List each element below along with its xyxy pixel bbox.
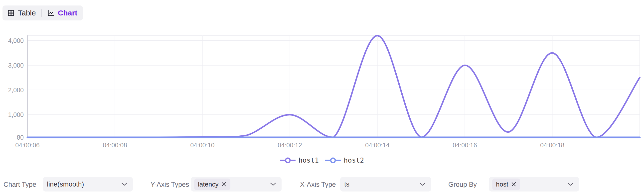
x-axis-tick: 04:00:18	[540, 142, 564, 149]
group-by-label: Group By	[448, 181, 477, 189]
chart-type-value: line(smooth)	[47, 181, 84, 188]
y-axis-tick: 1,000	[8, 111, 24, 118]
chevron-down-icon	[420, 183, 426, 186]
y-axis-types-label: Y-Axis Types	[150, 181, 189, 189]
x-axis-tick: 04:00:16	[452, 142, 477, 149]
legend-marker-icon	[325, 157, 341, 164]
y-axis-tick: 3,000	[8, 62, 24, 69]
y-axis-tick: 4,000	[8, 37, 24, 44]
x-axis-tick: 04:00:12	[278, 142, 302, 149]
x-axis-tick: 04:00:10	[190, 142, 214, 149]
y-axis-tick: 2,000	[8, 87, 24, 94]
y-axis-tag-text: latency	[198, 181, 218, 188]
x-axis-type-label: X-Axis Type	[300, 181, 336, 189]
remove-tag-icon[interactable]	[221, 182, 227, 187]
x-axis-tick: 04:00:14	[365, 142, 390, 149]
chevron-down-icon	[121, 183, 127, 186]
legend-marker-icon	[280, 157, 296, 164]
chevron-down-icon	[568, 183, 574, 186]
x-axis-tick: 04:00:06	[15, 142, 40, 149]
chart-legend: host1host2	[0, 156, 644, 164]
x-axis-tick: 04:00:08	[103, 142, 127, 149]
chart-type-select[interactable]: line(smooth)	[43, 177, 133, 192]
remove-tag-icon[interactable]	[511, 182, 516, 187]
legend-item-host2[interactable]: host2	[325, 156, 364, 164]
chart-type-label: Chart Type	[4, 181, 36, 189]
group-by-tag-text: host	[496, 181, 508, 188]
series-line-host1	[28, 36, 640, 137]
chevron-down-icon	[270, 183, 276, 186]
y-axis-tag-latency: latency	[194, 179, 230, 190]
y-axis-types-select[interactable]: latency	[191, 177, 282, 192]
line-chart-canvas[interactable]: 801,0002,0003,0004,00004:00:0604:00:0804…	[0, 0, 644, 152]
x-axis-type-value: ts	[344, 181, 350, 188]
x-axis-type-select[interactable]: ts	[340, 177, 431, 192]
group-by-select[interactable]: host	[489, 177, 579, 192]
y-axis-tick: 80	[17, 134, 24, 141]
group-by-tag-host: host	[492, 179, 520, 190]
legend-item-host1[interactable]: host1	[280, 156, 319, 164]
